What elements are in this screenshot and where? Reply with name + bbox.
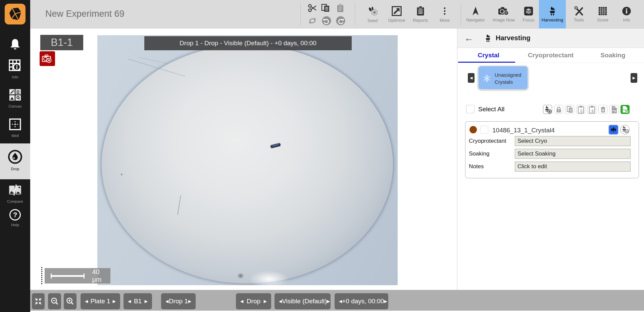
cryoprotectant-field-label: Cryoprotectant <box>469 138 506 144</box>
notes-field[interactable]: Click to edit <box>515 162 631 172</box>
sidebar-item-label: Drop <box>11 167 19 171</box>
sidebar-item-compare[interactable]: Compare <box>0 183 30 203</box>
nav-score-button[interactable]: Score <box>592 0 613 28</box>
more-label: More <box>440 18 450 23</box>
refresh-button[interactable] <box>307 15 318 26</box>
tab-soaking[interactable]: Soaking <box>582 48 644 63</box>
select-all-checkbox[interactable] <box>466 105 475 113</box>
sidebar-item-drop[interactable]: Drop <box>0 143 30 179</box>
tab-cryoprotectant[interactable]: Cryoprotectant <box>519 48 582 63</box>
bell-icon <box>8 37 22 52</box>
next-drop-button[interactable]: ▶ <box>188 299 191 304</box>
unassigned-crystals-card[interactable]: Unassigned Crystals <box>478 66 528 90</box>
next-profile-button[interactable]: ▶ <box>327 299 330 304</box>
more-button[interactable]: More <box>433 0 456 28</box>
collapse-arrows-icon <box>34 297 43 306</box>
drop-viewer: B1-1 Drop 1 - Drop - Visible (Default) -… <box>30 28 457 290</box>
unharvest-crystal-button[interactable] <box>620 125 630 134</box>
delete-button[interactable] <box>598 105 607 114</box>
next-plate-button[interactable]: ▶ <box>113 299 116 304</box>
trip-report-button[interactable]: Trip <box>609 105 618 114</box>
select-soaking-field[interactable]: Select Soaking <box>515 149 631 159</box>
prev-timepoint-button[interactable]: ◀ <box>339 299 342 304</box>
group-prev-button[interactable]: ◀ <box>468 73 475 83</box>
zoom-in-button[interactable] <box>64 293 77 309</box>
sidebar-item-info[interactable]: Info <box>0 59 30 79</box>
seed-button[interactable]: Seed <box>361 0 384 28</box>
group-next-button[interactable]: ▶ <box>631 73 637 83</box>
zoom-out-button[interactable] <box>48 293 61 309</box>
navigator-icon <box>470 6 481 16</box>
imaging-profile-selector[interactable]: ◀ Visible (Default) ▶ <box>275 293 331 309</box>
select-all-label: Select All <box>478 106 504 113</box>
zoom-in-icon <box>66 297 75 306</box>
prev-drop-button[interactable]: ◀ <box>165 299 168 304</box>
image-debris <box>238 274 243 278</box>
paste-button[interactable] <box>335 2 346 14</box>
sidebar-item-help[interactable]: ? Help <box>0 209 30 227</box>
fit-to-screen-button[interactable] <box>32 293 45 309</box>
notifications-bell-button[interactable] <box>8 37 22 52</box>
reports-button[interactable]: Reports <box>410 0 431 28</box>
copy-icon <box>321 3 331 13</box>
prev-region-button[interactable]: ◀ <box>240 299 243 304</box>
svg-text:Trip: Trip <box>612 109 616 112</box>
next-region-button[interactable]: ▶ <box>264 299 267 304</box>
harvesting-icon <box>548 6 557 16</box>
timepoint-selector[interactable]: ◀ +0 days, 00:00 ▶ <box>335 293 388 309</box>
sidebar-item-well[interactable]: Well <box>0 117 30 138</box>
compare-icon <box>8 183 22 197</box>
back-button[interactable]: ← <box>464 34 474 43</box>
snowflake-icon <box>483 74 491 83</box>
optimize-button[interactable]: Optimize <box>386 0 408 28</box>
trash-icon <box>599 106 607 114</box>
no-image-status-badge <box>40 51 55 66</box>
select-cryo-field[interactable]: Select Cryo <box>515 136 631 146</box>
add-crystal-button[interactable] <box>543 105 552 114</box>
region-selector[interactable]: ◀ Drop ▶ <box>236 293 271 309</box>
redo-button[interactable] <box>335 15 346 26</box>
copy-button[interactable] <box>320 2 332 14</box>
undo-button[interactable] <box>321 15 332 26</box>
show-crystal-button[interactable] <box>608 125 618 135</box>
plate-selector[interactable]: ◀ Plate 1 ▶ <box>81 293 120 309</box>
harvest-remove-icon <box>621 126 629 134</box>
next-well-button[interactable]: ▶ <box>145 299 148 304</box>
prev-well-button[interactable]: ◀ <box>128 299 131 304</box>
image-caption: Drop 1 - Drop - Visible (Default) - +0 d… <box>144 36 352 50</box>
next-timepoint-button[interactable]: ▶ <box>384 299 387 304</box>
harvesting-panel: ← Harvesting Crystal Cryoprotectant Soak… <box>457 28 644 290</box>
prev-profile-button[interactable]: ◀ <box>279 299 282 304</box>
paste-icon <box>336 3 346 13</box>
sidebar-item-canvas[interactable]: Canvas <box>0 88 30 108</box>
copy-crystal-button[interactable] <box>565 105 574 114</box>
tools-label: Tools <box>574 17 584 22</box>
nav-navigator-button[interactable]: Navigator <box>463 0 488 28</box>
nav-focus-button[interactable]: Focus <box>519 0 538 28</box>
reports-label: Reports <box>413 18 428 23</box>
drop-selector[interactable]: ◀ Drop 1 ▶ <box>161 293 196 309</box>
scale-bar-line <box>51 275 85 277</box>
lock-button[interactable] <box>554 105 563 114</box>
prev-plate-button[interactable]: ◀ <box>85 299 88 304</box>
paste-soak-button[interactable]: S <box>587 105 596 114</box>
drop-microscope-image[interactable]: Drop 1 - Drop - Visible (Default) - +0 d… <box>97 35 398 285</box>
add-to-trip-button[interactable]: Trip <box>621 105 630 114</box>
tab-crystal[interactable]: Crystal <box>457 48 519 63</box>
sidebar-item-label: Canvas <box>9 104 22 108</box>
image-highlight <box>249 271 289 285</box>
paste-soak-icon: S <box>588 106 596 114</box>
crystal-checkbox[interactable] <box>480 126 488 134</box>
nav-harvesting-button[interactable]: Harvesting <box>539 0 566 28</box>
cut-button[interactable] <box>307 2 318 14</box>
zoom-out-icon <box>50 297 59 306</box>
app-logo[interactable] <box>5 4 26 24</box>
well-selector[interactable]: ◀ B1 ▶ <box>123 293 152 309</box>
paste-cryo-button[interactable]: C <box>576 105 585 114</box>
trip-add-icon: Trip <box>621 106 629 114</box>
bottom-toolbar: ◀ Plate 1 ▶ ◀ B1 ▶ ◀ Drop 1 ▶ ◀ Drop ▶ ◀… <box>30 290 644 311</box>
nav-image-now-button[interactable]: Image Now <box>489 0 518 28</box>
nav-info-button[interactable]: Info <box>616 0 637 28</box>
nav-tools-button[interactable]: Tools <box>568 0 589 28</box>
harvest-add-icon <box>544 106 552 114</box>
